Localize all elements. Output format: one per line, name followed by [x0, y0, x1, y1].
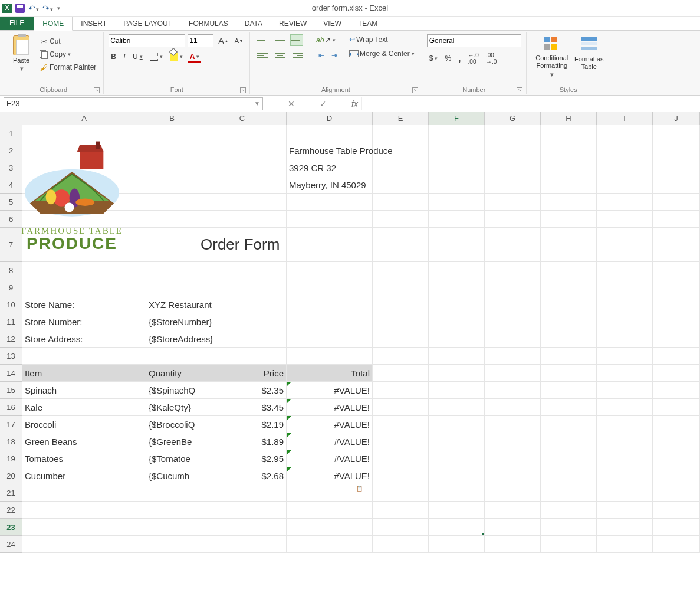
cell-I5[interactable] — [597, 194, 653, 211]
cell-C13[interactable] — [198, 348, 287, 365]
cell-J11[interactable] — [653, 313, 700, 330]
bold-button[interactable]: B — [109, 51, 119, 62]
cell-C8[interactable] — [198, 262, 287, 279]
select-all-corner[interactable] — [0, 112, 22, 125]
increase-decimal-button[interactable]: ←.0.00 — [466, 51, 481, 66]
copy-button[interactable]: Copy▾ — [37, 48, 98, 60]
cell-A13[interactable] — [22, 348, 146, 365]
cell-A9[interactable] — [22, 279, 146, 296]
cell-I17[interactable] — [597, 416, 653, 433]
cell-C14[interactable]: Price — [198, 365, 287, 382]
save-icon[interactable] — [15, 4, 25, 13]
column-header-H[interactable]: H — [541, 112, 597, 125]
cell-A19[interactable]: Tomatoes — [22, 450, 146, 467]
cell-D8[interactable] — [287, 262, 373, 279]
cell-I7[interactable] — [597, 228, 653, 262]
cell-F16[interactable] — [429, 399, 485, 416]
cell-G11[interactable] — [485, 313, 541, 330]
wrap-text-button[interactable]: ↩Wrap Text — [347, 34, 417, 45]
orientation-button[interactable]: ab↗▾ — [314, 35, 338, 45]
cell-A23[interactable] — [22, 519, 146, 536]
cell-C16[interactable]: $3.45 — [198, 399, 287, 416]
cell-G7[interactable] — [485, 228, 541, 262]
cell-H21[interactable] — [541, 484, 597, 502]
cell-I4[interactable] — [597, 176, 653, 194]
cell-J4[interactable] — [653, 176, 700, 194]
underline-button[interactable]: U▾ — [130, 51, 145, 62]
cell-B9[interactable] — [146, 279, 198, 296]
cell-I19[interactable] — [597, 450, 653, 467]
cell-J5[interactable] — [653, 194, 700, 211]
tab-review[interactable]: REVIEW — [271, 17, 315, 30]
cell-G6[interactable] — [485, 211, 541, 228]
cell-B16[interactable]: {$KaleQty} — [146, 399, 198, 416]
format-as-table-button[interactable]: Format as Table — [573, 34, 606, 76]
cell-J16[interactable] — [653, 399, 700, 416]
tab-insert[interactable]: INSERT — [73, 17, 115, 30]
cell-F19[interactable] — [429, 450, 485, 467]
cell-B2[interactable] — [146, 142, 198, 159]
fx-icon[interactable]: fx — [348, 97, 362, 110]
cell-J9[interactable] — [653, 279, 700, 296]
cell-E13[interactable] — [373, 348, 429, 365]
cell-H11[interactable] — [541, 313, 597, 330]
cell-G17[interactable] — [485, 416, 541, 433]
row-header-11[interactable]: 11 — [0, 313, 22, 330]
cell-F2[interactable] — [429, 142, 485, 159]
cell-I10[interactable] — [597, 296, 653, 313]
cell-G20[interactable] — [485, 467, 541, 484]
cell-H7[interactable] — [541, 228, 597, 262]
cell-J17[interactable] — [653, 416, 700, 433]
cell-H20[interactable] — [541, 467, 597, 484]
cell-F11[interactable] — [429, 313, 485, 330]
cell-B13[interactable] — [146, 348, 198, 365]
cell-B19[interactable]: {$Tomatoe — [146, 450, 198, 467]
cell-E18[interactable] — [373, 433, 429, 450]
align-middle-button[interactable] — [272, 34, 288, 46]
cell-F13[interactable] — [429, 348, 485, 365]
comma-button[interactable]: , — [456, 52, 463, 65]
cell-C22[interactable] — [198, 502, 287, 519]
cell-G3[interactable] — [485, 159, 541, 176]
cell-G22[interactable] — [485, 502, 541, 519]
cell-F4[interactable] — [429, 176, 485, 194]
cell-D16[interactable]: #VALUE! — [287, 399, 373, 416]
cell-A7[interactable] — [22, 228, 146, 262]
qat-customize-icon[interactable]: ▾ — [57, 5, 60, 11]
cell-H1[interactable] — [541, 125, 597, 142]
accept-entry-icon[interactable]: ✓ — [316, 97, 330, 110]
column-header-A[interactable]: A — [22, 112, 146, 125]
cell-A5[interactable] — [22, 194, 146, 211]
row-header-15[interactable]: 15 — [0, 382, 22, 399]
cell-H12[interactable] — [541, 330, 597, 348]
cell-I18[interactable] — [597, 433, 653, 450]
cell-A21[interactable] — [22, 484, 146, 502]
cell-J1[interactable] — [653, 125, 700, 142]
font-name-select[interactable] — [109, 34, 185, 47]
cell-J3[interactable] — [653, 159, 700, 176]
cell-D6[interactable] — [287, 211, 373, 228]
align-top-button[interactable] — [255, 34, 270, 46]
row-header-2[interactable]: 2 — [0, 142, 22, 159]
cell-H6[interactable] — [541, 211, 597, 228]
cell-B6[interactable] — [146, 211, 198, 228]
row-header-16[interactable]: 16 — [0, 399, 22, 416]
cell-A8[interactable] — [22, 262, 146, 279]
tab-file[interactable]: FILE — [0, 16, 34, 30]
tab-data[interactable]: DATA — [236, 17, 271, 30]
row-header-1[interactable]: 1 — [0, 125, 22, 142]
cell-G8[interactable] — [485, 262, 541, 279]
cell-D5[interactable] — [287, 194, 373, 211]
cell-F17[interactable] — [429, 416, 485, 433]
cell-B10[interactable]: XYZ Restaurant — [146, 296, 198, 313]
cell-E23[interactable] — [373, 519, 429, 536]
cell-A4[interactable] — [22, 176, 146, 194]
percent-button[interactable]: % — [442, 53, 453, 64]
accounting-button[interactable]: $▾ — [427, 53, 441, 64]
italic-button[interactable]: I — [121, 51, 128, 62]
cell-E1[interactable] — [373, 125, 429, 142]
cell-D20[interactable]: #VALUE! — [287, 467, 373, 484]
cell-C23[interactable] — [198, 519, 287, 536]
cell-A12[interactable]: Store Address: — [22, 330, 146, 348]
cell-E12[interactable] — [373, 330, 429, 348]
